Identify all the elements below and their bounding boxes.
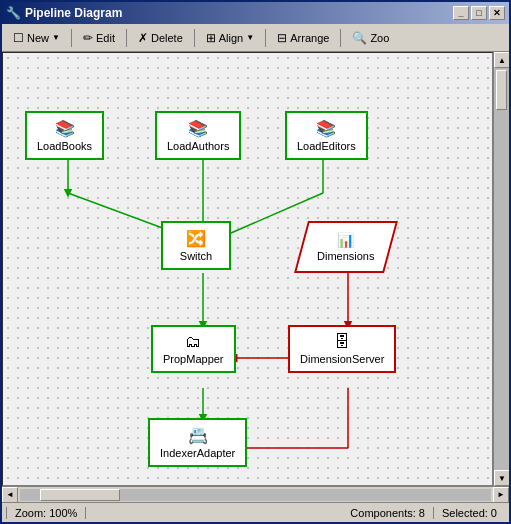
propmapper-icon: 🗂 bbox=[185, 333, 201, 351]
loadbooks-label: LoadBooks bbox=[37, 140, 92, 152]
title-icon: 🔧 bbox=[6, 6, 21, 20]
zoom-icon: 🔍 bbox=[352, 31, 367, 45]
scroll-track-h[interactable] bbox=[20, 489, 491, 501]
title-bar-buttons: _ □ ✕ bbox=[453, 6, 505, 20]
align-button[interactable]: ⊞ Align ▼ bbox=[199, 27, 261, 49]
dimensions-icon: 📊 bbox=[338, 232, 355, 248]
scroll-thumb-h[interactable] bbox=[40, 489, 120, 501]
canvas[interactable]: 📚 LoadBooks 📚 LoadAuthors 📚 LoadEditors bbox=[2, 52, 493, 486]
node-dimensionserver[interactable]: 🗄 DimensionServer bbox=[288, 325, 396, 373]
loadbooks-icon: 📚 bbox=[55, 119, 75, 138]
components-status-label: Components: 8 bbox=[350, 507, 425, 519]
arrange-icon: ⊟ bbox=[277, 31, 287, 45]
scroll-down-button[interactable]: ▼ bbox=[494, 470, 509, 486]
node-indexeradapter-box: 📇 IndexerAdapter bbox=[148, 418, 247, 467]
align-dropdown-icon: ▼ bbox=[246, 33, 254, 42]
node-dimensions[interactable]: 📊 Dimensions bbox=[301, 221, 391, 273]
dimensionserver-label: DimensionServer bbox=[300, 353, 384, 365]
loadeditors-label: LoadEditors bbox=[297, 140, 356, 152]
selected-status: Selected: 0 bbox=[434, 507, 505, 519]
new-button[interactable]: ☐ New ▼ bbox=[6, 27, 67, 49]
switch-label: Switch bbox=[180, 250, 212, 262]
indexeradapter-label: IndexerAdapter bbox=[160, 447, 235, 459]
arrange-label: Arrange bbox=[290, 32, 329, 44]
node-propmapper[interactable]: 🗂 PropMapper bbox=[151, 325, 236, 373]
loadauthors-label: LoadAuthors bbox=[167, 140, 229, 152]
scroll-left-button[interactable]: ◄ bbox=[2, 487, 18, 503]
main-window: 🔧 Pipeline Diagram _ □ ✕ ☐ New ▼ ✏ Edit … bbox=[0, 0, 511, 524]
scroll-up-button[interactable]: ▲ bbox=[494, 52, 509, 68]
window-title: Pipeline Diagram bbox=[25, 6, 122, 20]
selected-status-label: Selected: 0 bbox=[442, 507, 497, 519]
minimize-button[interactable]: _ bbox=[453, 6, 469, 20]
scroll-track-v[interactable] bbox=[494, 68, 509, 470]
node-loadauthors[interactable]: 📚 LoadAuthors bbox=[155, 111, 241, 160]
close-button[interactable]: ✕ bbox=[489, 6, 505, 20]
switch-icon: 🔀 bbox=[186, 229, 206, 248]
new-dropdown-icon: ▼ bbox=[52, 33, 60, 42]
main-area: 📚 LoadBooks 📚 LoadAuthors 📚 LoadEditors bbox=[2, 52, 509, 486]
loadeditors-icon: 📚 bbox=[316, 119, 336, 138]
node-loadeditors[interactable]: 📚 LoadEditors bbox=[285, 111, 368, 160]
delete-icon: ✗ bbox=[138, 31, 148, 45]
node-loadbooks-box: 📚 LoadBooks bbox=[25, 111, 104, 160]
node-dimensions-box: 📊 Dimensions bbox=[294, 221, 398, 273]
zoom-button[interactable]: 🔍 Zoo bbox=[345, 27, 396, 49]
edit-icon: ✏ bbox=[83, 31, 93, 45]
align-icon: ⊞ bbox=[206, 31, 216, 45]
title-bar: 🔧 Pipeline Diagram _ □ ✕ bbox=[2, 2, 509, 24]
dimensions-label: Dimensions bbox=[317, 250, 374, 262]
node-propmapper-box: 🗂 PropMapper bbox=[151, 325, 236, 373]
vertical-scrollbar[interactable]: ▲ ▼ bbox=[493, 52, 509, 486]
zoom-status: Zoom: 100% bbox=[6, 507, 86, 519]
node-loadbooks[interactable]: 📚 LoadBooks bbox=[25, 111, 104, 160]
node-switch-box: 🔀 Switch bbox=[161, 221, 231, 270]
node-indexeradapter[interactable]: 📇 IndexerAdapter bbox=[148, 418, 247, 467]
new-icon: ☐ bbox=[13, 31, 24, 45]
scroll-right-button[interactable]: ► bbox=[493, 487, 509, 503]
scroll-thumb-v[interactable] bbox=[496, 70, 507, 110]
node-dimensionserver-box: 🗄 DimensionServer bbox=[288, 325, 396, 373]
delete-button[interactable]: ✗ Delete bbox=[131, 27, 190, 49]
zoom-status-label: Zoom: 100% bbox=[15, 507, 77, 519]
node-loadauthors-box: 📚 LoadAuthors bbox=[155, 111, 241, 160]
toolbar: ☐ New ▼ ✏ Edit ✗ Delete ⊞ Align ▼ ⊟ Arra… bbox=[2, 24, 509, 52]
horizontal-scrollbar[interactable]: ◄ ► bbox=[2, 486, 509, 502]
propmapper-label: PropMapper bbox=[163, 353, 224, 365]
maximize-button[interactable]: □ bbox=[471, 6, 487, 20]
new-label: New bbox=[27, 32, 49, 44]
edit-button[interactable]: ✏ Edit bbox=[76, 27, 122, 49]
sep4 bbox=[265, 29, 266, 47]
node-loadeditors-box: 📚 LoadEditors bbox=[285, 111, 368, 160]
indexeradapter-icon: 📇 bbox=[188, 426, 208, 445]
loadauthors-icon: 📚 bbox=[188, 119, 208, 138]
sep5 bbox=[340, 29, 341, 47]
status-bar: Zoom: 100% Components: 8 Selected: 0 bbox=[2, 502, 509, 522]
sep3 bbox=[194, 29, 195, 47]
align-label: Align bbox=[219, 32, 243, 44]
sep2 bbox=[126, 29, 127, 47]
sep1 bbox=[71, 29, 72, 47]
node-switch[interactable]: 🔀 Switch bbox=[161, 221, 231, 270]
components-status: Components: 8 bbox=[342, 507, 434, 519]
dimensionserver-icon: 🗄 bbox=[334, 333, 350, 351]
arrange-button[interactable]: ⊟ Arrange bbox=[270, 27, 336, 49]
zoom-label: Zoo bbox=[370, 32, 389, 44]
delete-label: Delete bbox=[151, 32, 183, 44]
edit-label: Edit bbox=[96, 32, 115, 44]
